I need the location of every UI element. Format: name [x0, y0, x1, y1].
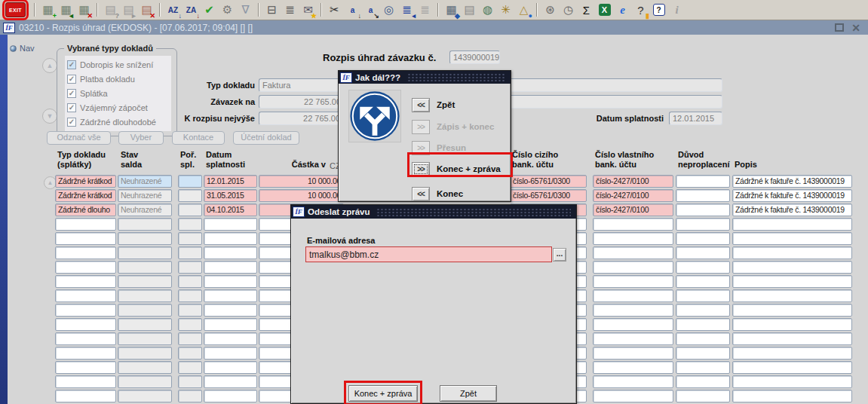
- helm-wheel-icon[interactable]: ✳: [498, 2, 514, 18]
- table-cell-datum[interactable]: [204, 218, 257, 231]
- table-cell-stav[interactable]: Neuhrazené: [118, 189, 172, 202]
- table-cell-duvod[interactable]: [676, 175, 730, 188]
- table-cell-vlastni[interactable]: [593, 347, 673, 360]
- table-cell-vlastni[interactable]: [593, 304, 673, 317]
- table-cell-por[interactable]: [178, 232, 202, 245]
- action-button--etn-doklad[interactable]: Účetní doklad: [233, 131, 299, 145]
- table-cell-duvod[interactable]: [676, 375, 730, 388]
- jak-dal-titlebar[interactable]: ÍF Jak dál???: [339, 71, 511, 84]
- table-cell-vlastni[interactable]: číslo-2427/0100: [593, 204, 673, 216]
- restore-icon[interactable]: [835, 23, 844, 32]
- excel-export-icon[interactable]: X: [597, 2, 612, 18]
- table-cell-popis[interactable]: [732, 375, 852, 388]
- checkbox-checked-icon[interactable]: ✓: [67, 89, 76, 98]
- table-cell-duvod[interactable]: [676, 246, 730, 259]
- table-cell-stav[interactable]: Neuhrazené: [118, 175, 172, 188]
- sum-sigma-icon[interactable]: Σ: [578, 2, 594, 18]
- settings-wrench-icon[interactable]: ⚙: [219, 2, 235, 18]
- table-cell-datum[interactable]: [204, 246, 257, 259]
- table-cell-typ[interactable]: Zádržné krátkod: [55, 189, 116, 202]
- table-cell-popis[interactable]: [732, 304, 852, 317]
- help-card-icon[interactable]: ▤?: [103, 2, 118, 18]
- table-cell-por[interactable]: [178, 318, 202, 331]
- action-button-odzna-v-e[interactable]: Odznač vše: [47, 131, 111, 145]
- table-cell-duvod[interactable]: [676, 189, 730, 202]
- close-icon[interactable]: ✕: [851, 23, 860, 32]
- table-cell-datum[interactable]: [204, 332, 257, 345]
- table-cell-typ[interactable]: [55, 304, 116, 317]
- cut-icon[interactable]: ✂: [327, 2, 342, 18]
- k-rozpisu-field[interactable]: 22 765.00: [259, 112, 344, 125]
- table-cell-cizi[interactable]: číslo-65761/0300: [510, 175, 587, 188]
- table-cell-popis[interactable]: [732, 275, 852, 288]
- table-cell-typ[interactable]: [55, 261, 116, 274]
- print-icon[interactable]: ⊟: [264, 2, 280, 18]
- table-cell-por[interactable]: [178, 275, 202, 288]
- table-cell-typ[interactable]: [55, 347, 116, 360]
- table-cell-popis[interactable]: Zádržné k faktuře č. 1439000019: [732, 204, 852, 216]
- table-cell-vlastni[interactable]: [593, 289, 673, 302]
- table-cell-vlastni[interactable]: [593, 275, 673, 288]
- table-cell-duvod[interactable]: [676, 304, 730, 317]
- browser-icon[interactable]: e: [615, 2, 630, 18]
- doc-number-field[interactable]: 1439000019: [449, 50, 500, 64]
- datum-splatnosti-field[interactable]: 12.01.2015: [669, 112, 722, 125]
- table-cell-typ[interactable]: [55, 289, 116, 302]
- dialog-button-konec-zpr-va[interactable]: >>Konec + zpráva: [412, 161, 501, 176]
- table-cell-popis[interactable]: [732, 246, 852, 259]
- table-cell-datum[interactable]: 31.05.2015: [204, 189, 257, 202]
- table-cell-castka[interactable]: 10 000.00: [259, 189, 344, 202]
- globe-icon[interactable]: ◍: [480, 2, 495, 18]
- table-cell-typ[interactable]: [55, 275, 116, 288]
- table-cell-stav[interactable]: [118, 246, 172, 259]
- table-cell-duvod[interactable]: [676, 261, 730, 274]
- table-cell-castka[interactable]: 10 000.00: [259, 175, 344, 188]
- paste-text-icon[interactable]: a↘: [363, 2, 379, 18]
- table-cell-datum[interactable]: [204, 318, 257, 331]
- table-cell-duvod[interactable]: [676, 289, 730, 302]
- pyramid-alert-icon[interactable]: △●: [516, 2, 532, 18]
- info-icon[interactable]: i: [669, 2, 685, 18]
- table-cell-duvod[interactable]: [676, 204, 730, 216]
- table-cell-typ[interactable]: [55, 361, 116, 374]
- konec-zprava-button[interactable]: Konec + zpráva: [348, 385, 418, 402]
- notes-doc-icon[interactable]: ▤: [462, 2, 477, 18]
- table-cell-datum[interactable]: 12.01.2015: [204, 175, 257, 188]
- table-cell-datum[interactable]: [204, 361, 257, 374]
- action-button-kontace[interactable]: Kontace: [172, 131, 225, 145]
- table-cell-por[interactable]: [178, 218, 202, 231]
- checkbox-checked-icon[interactable]: ✓: [67, 103, 76, 112]
- table-cell-popis[interactable]: [732, 390, 852, 402]
- checkbox-checked-icon[interactable]: ✓: [67, 60, 76, 69]
- sort-asc-icon[interactable]: AZ↓: [165, 2, 181, 18]
- run-card-icon[interactable]: ▤►: [121, 2, 136, 18]
- table-cell-datum[interactable]: [204, 375, 257, 388]
- table-cell-por[interactable]: [178, 390, 202, 402]
- table-cell-datum[interactable]: [204, 390, 257, 402]
- sort-desc-icon[interactable]: ZA↓: [183, 2, 199, 18]
- table-cell-typ[interactable]: Zádržné krátkod: [55, 175, 116, 188]
- preview-person-icon[interactable]: ⊛: [542, 2, 558, 18]
- filter-funnel-icon[interactable]: ∇: [238, 2, 253, 18]
- table-cell-duvod[interactable]: [676, 347, 730, 360]
- calendar-doc-icon[interactable]: ▦◆: [443, 2, 459, 18]
- table-cell-duvod[interactable]: [676, 361, 730, 374]
- table-cell-vlastni[interactable]: [593, 232, 673, 245]
- table-cell-vlastni[interactable]: [593, 390, 673, 402]
- print-all-icon[interactable]: ≣: [282, 2, 298, 18]
- confirm-icon[interactable]: ✔: [201, 2, 217, 18]
- edit-record-icon[interactable]: ▦◄: [58, 2, 74, 18]
- checkbox-checked-icon[interactable]: ✓: [67, 118, 76, 127]
- table-cell-stav[interactable]: [118, 304, 172, 317]
- table-cell-popis[interactable]: [732, 232, 852, 245]
- table-cell-stav[interactable]: [118, 347, 172, 360]
- table-cell-por[interactable]: [178, 304, 202, 317]
- table-cell-stav[interactable]: Neuhrazené: [118, 204, 172, 216]
- time-calc-icon[interactable]: ◷: [560, 2, 576, 18]
- table-cell-por[interactable]: [178, 347, 202, 360]
- table-cell-stav[interactable]: [118, 332, 172, 345]
- table-cell-vlastni[interactable]: [593, 332, 673, 345]
- table-cell-duvod[interactable]: [676, 332, 730, 345]
- table-cell-stav[interactable]: [118, 318, 172, 331]
- dialog-button-konec[interactable]: <<Konec: [412, 186, 463, 201]
